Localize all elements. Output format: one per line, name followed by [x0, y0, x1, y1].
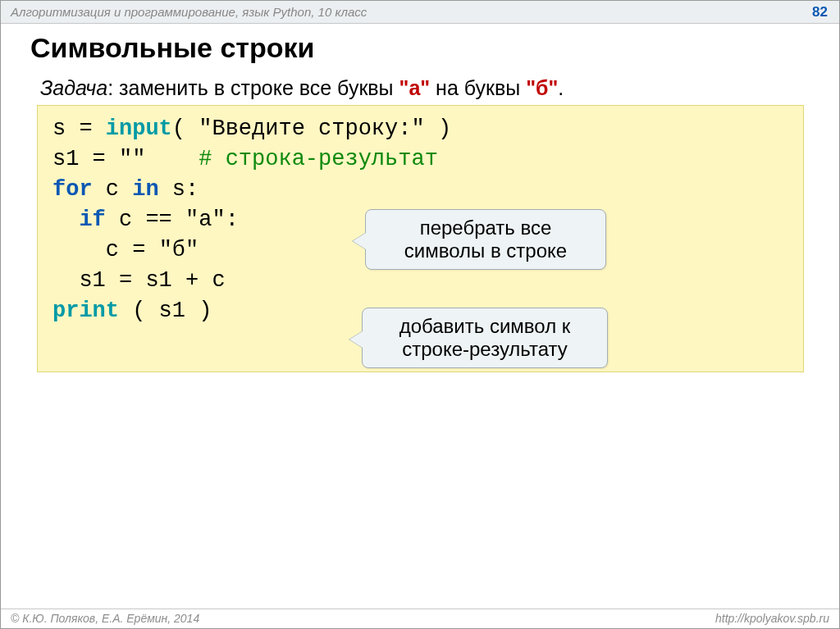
- string-literal: "а": [185, 207, 226, 232]
- kw-input: input: [106, 116, 172, 141]
- code: (: [172, 116, 199, 141]
- string-literal: "": [119, 147, 145, 171]
- letter-a: "а": [399, 76, 431, 99]
- code: :: [226, 207, 239, 232]
- topbar: Алгоритмизация и программирование, язык …: [1, 1, 839, 24]
- code: c ==: [106, 207, 185, 232]
- kw-if: if: [52, 207, 106, 232]
- callout-line: символы в строке: [384, 239, 587, 262]
- text: .: [558, 76, 564, 99]
- code: ( s1 ): [119, 299, 212, 323]
- callout-append: добавить символ к строке-результату: [362, 308, 608, 368]
- comment: # строка-результат: [199, 147, 438, 171]
- code: c =: [52, 238, 159, 262]
- string-literal: "б": [159, 238, 199, 262]
- code: s1 = s1 + c: [52, 268, 226, 293]
- code: c: [93, 177, 133, 202]
- page-title: Символьные строки: [30, 32, 314, 64]
- url: http://kpolyakov.spb.ru: [715, 612, 829, 625]
- code: s1 =: [52, 147, 119, 171]
- page-number: 82: [812, 4, 828, 21]
- text: на буквы: [430, 76, 526, 99]
- string-literal: "Введите строку:": [199, 116, 424, 141]
- slide: Алгоритмизация и программирование, язык …: [0, 0, 840, 629]
- callout-line: перебрать все: [384, 217, 587, 239]
- code: ): [425, 116, 451, 141]
- text: :: [107, 76, 119, 99]
- code: s:: [159, 177, 199, 202]
- footer: © К.Ю. Поляков, Е.А. Ерёмин, 2014 http:/…: [1, 608, 839, 627]
- copyright: © К.Ю. Поляков, Е.А. Ерёмин, 2014: [11, 612, 199, 625]
- callout-line: добавить символ к: [381, 315, 589, 338]
- letter-b: "б": [526, 76, 558, 99]
- kw-print: print: [52, 299, 119, 323]
- kw-for: for: [52, 177, 93, 202]
- task-label: Задача: [40, 76, 107, 99]
- callout-iterate: перебрать все символы в строке: [365, 209, 606, 270]
- text: заменить в строке все буквы: [119, 76, 399, 99]
- code: [145, 147, 199, 171]
- breadcrumb: Алгоритмизация и программирование, язык …: [11, 5, 367, 19]
- task-line: Задача: заменить в строке все буквы "а" …: [40, 76, 564, 100]
- callout-line: строке-результату: [381, 338, 589, 361]
- kw-in: in: [132, 177, 158, 202]
- code: s =: [52, 116, 106, 141]
